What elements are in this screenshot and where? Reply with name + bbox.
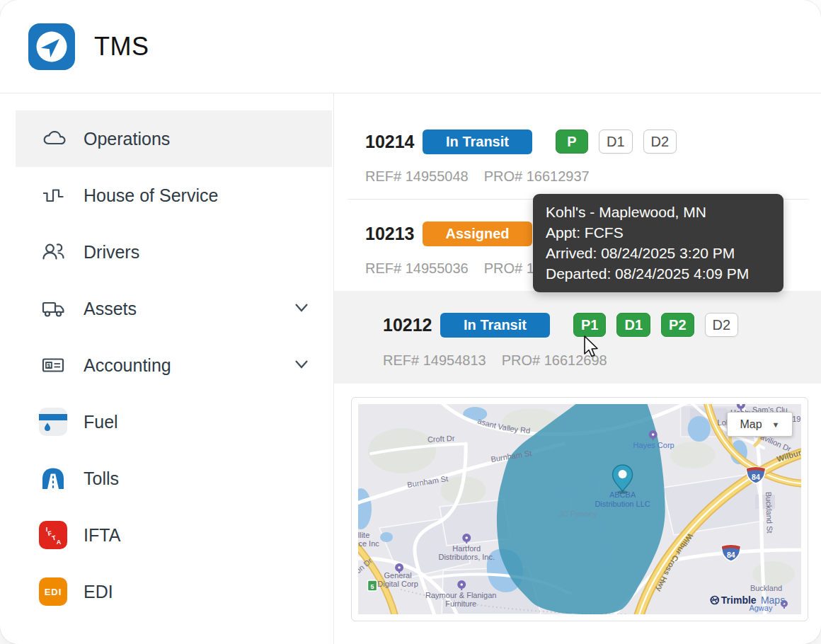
load-id: 10213 (365, 224, 423, 244)
svg-text:Distributors, Inc.: Distributors, Inc. (438, 553, 495, 561)
map-attribution: Trimble Maps (711, 594, 785, 606)
map-type-dropdown[interactable]: Map ▼ (727, 412, 793, 437)
map-type-label: Map (740, 418, 762, 431)
fuel-icon (39, 408, 67, 436)
app-window: TMS Operations House of Service (0, 0, 821, 644)
sidebar-item-house-of-service[interactable]: House of Service (16, 167, 332, 224)
edi-icon: EDI (39, 577, 67, 606)
chevron-down-icon[interactable] (291, 353, 312, 377)
sidebar-item-label: Accounting (84, 355, 171, 376)
ifta-icon: I F T A (39, 521, 67, 549)
truck-icon (39, 294, 67, 323)
svg-text:Buckland: Buckland (750, 584, 782, 592)
stop-badge-pickup[interactable]: P (556, 130, 588, 154)
stop-badge-delivery[interactable]: D2 (705, 313, 739, 337)
ref-number: REF# 14955048 (365, 168, 469, 184)
mouse-cursor (583, 335, 602, 361)
load-row[interactable]: 10214 In Transit P D1 D2 REF# 14955048PR… (348, 93, 808, 200)
app-title: TMS (94, 32, 149, 62)
stop-badge-pickup[interactable]: P1 (573, 313, 606, 337)
tooltip-departed: Departed: 08/24/2025 4:09 PM (546, 263, 771, 284)
svg-text:Raymour & Flanigan: Raymour & Flanigan (425, 591, 496, 599)
ref-number: REF# 14955036 (365, 260, 469, 276)
svg-text:EDI: EDI (45, 587, 62, 597)
sidebar-item-drivers[interactable]: Drivers (16, 224, 332, 280)
svg-text:$: $ (47, 362, 51, 369)
map-card: asant Valley Rd Croft Dr Burnham St Burn… (351, 397, 808, 621)
svg-text:5: 5 (371, 583, 374, 590)
sidebar-item-fuel[interactable]: Fuel (16, 393, 332, 450)
svg-text:84: 84 (752, 473, 760, 481)
sidebar-item-edi[interactable]: EDI EDI (16, 563, 332, 620)
svg-text:Furniture: Furniture (445, 599, 476, 608)
tooltip-arrived: Arrived: 08/24/2025 3:20 PM (546, 243, 771, 263)
pro-number: PRO# 16612937 (484, 168, 590, 184)
svg-text:llite: llite (358, 531, 369, 539)
sidebar-item-label: Tolls (84, 468, 119, 489)
load-row-selected[interactable]: 10212 In Transit P1 D1 P2 D2 REF# 149548… (334, 291, 821, 384)
chevron-down-icon: ▼ (772, 420, 780, 429)
sidebar-item-assets[interactable]: Assets (16, 280, 332, 337)
svg-text:Buckland St: Buckland St (764, 492, 774, 534)
sidebar-item-label: EDI (84, 582, 113, 602)
drivers-icon (39, 238, 67, 266)
status-badge: Assigned (423, 222, 532, 246)
route-5-shield: 5 (368, 580, 377, 591)
sidebar: Operations House of Service (0, 93, 334, 644)
svg-text:Distribution LLC: Distribution LLC (595, 500, 650, 508)
tolls-icon (39, 464, 67, 493)
tms-logo-icon (28, 23, 75, 70)
sidebar-item-ifta[interactable]: I F T A IFTA (16, 507, 332, 563)
sidebar-item-label: Drivers (84, 242, 139, 263)
status-badge: In Transit (440, 313, 550, 338)
sidebar-item-label: IFTA (84, 525, 120, 546)
svg-text:Trimble: Trimble (721, 594, 757, 606)
sidebar-item-label: Assets (84, 299, 137, 319)
chevron-down-icon[interactable] (291, 297, 312, 321)
stop-badge-delivery[interactable]: D1 (599, 130, 633, 154)
stop-badge-delivery[interactable]: D1 (616, 313, 650, 337)
load-id: 10212 (383, 315, 440, 335)
load-refs: REF# 14955048PRO# 16612937 (365, 168, 808, 185)
svg-text:General: General (384, 571, 412, 580)
svg-text:Croft Dr: Croft Dr (427, 434, 455, 444)
svg-text:Hartford: Hartford (452, 544, 481, 553)
svg-text:Digital Corp: Digital Corp (377, 580, 418, 588)
ref-number: REF# 14954813 (383, 352, 486, 368)
svg-text:84: 84 (727, 551, 735, 559)
loads-panel: 10214 In Transit P D1 D2 REF# 14955048PR… (334, 93, 821, 644)
svg-text:Hayes Corp: Hayes Corp (633, 441, 674, 449)
sidebar-item-label: Operations (84, 129, 170, 149)
svg-text:A: A (57, 539, 62, 546)
sidebar-item-label: Fuel (84, 412, 118, 432)
stop-badge-pickup[interactable]: P2 (661, 313, 694, 337)
tooltip-appt: Appt: FCFS (546, 222, 771, 243)
status-badge: In Transit (423, 130, 532, 154)
svg-text:JC Penney: JC Penney (559, 510, 597, 518)
cloud-icon (39, 125, 67, 153)
sidebar-item-accounting[interactable]: $ Accounting (16, 337, 332, 393)
sidebar-item-tolls[interactable]: Tolls (16, 450, 332, 507)
pulse-icon (39, 181, 67, 209)
stop-tooltip: Kohl's - Maplewood, MN Appt: FCFS Arrive… (533, 194, 783, 292)
sidebar-item-operations[interactable]: Operations (16, 110, 332, 167)
accounting-icon: $ (39, 351, 67, 379)
app-header: TMS (0, 0, 821, 93)
stop-badge-delivery[interactable]: D2 (643, 130, 677, 154)
svg-text:Maps: Maps (761, 594, 785, 606)
sidebar-item-label: House of Service (84, 185, 218, 206)
svg-text:ace Inc: ace Inc (358, 539, 379, 548)
load-id: 10214 (365, 132, 423, 152)
tooltip-location: Kohl's - Maplewood, MN (546, 202, 771, 222)
